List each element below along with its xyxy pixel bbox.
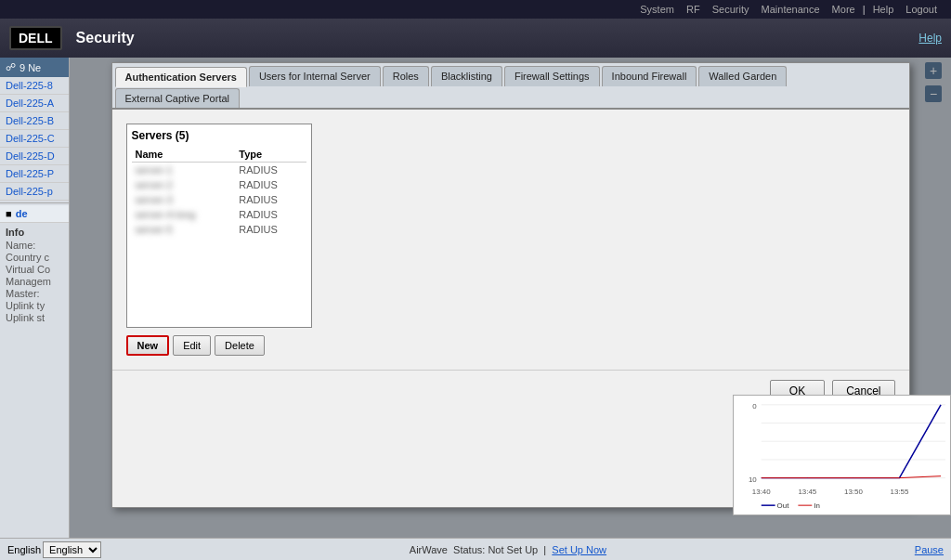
servers-table: Name Type server-1 RADIUS server-2: [132, 147, 306, 237]
dell-logo: DELL: [9, 26, 62, 50]
tab-external-captive-portal[interactable]: External Captive Portal: [115, 88, 241, 108]
info-uplink-type: Uplink ty: [6, 300, 63, 311]
sidebar-item-dell225-b[interactable]: Dell-225-B: [0, 112, 69, 130]
table-row[interactable]: server-4-long RADIUS: [132, 207, 306, 222]
svg-text:0: 0: [752, 402, 757, 410]
chart-container: 0 10 13:40 13:45 13:50 13:55 Out In: [733, 395, 951, 515]
pause-button[interactable]: Pause: [915, 544, 944, 555]
nav-rf[interactable]: RF: [686, 4, 700, 15]
sidebar-item-dell225-c[interactable]: Dell-225-C: [0, 130, 69, 148]
svg-text:13:45: 13:45: [798, 488, 816, 496]
table-row[interactable]: server-2 RADIUS: [132, 177, 306, 192]
nav-help[interactable]: Help: [873, 4, 894, 15]
sidebar: ☍ 9 Ne Dell-225-8 Dell-225-A Dell-225-B …: [0, 58, 70, 538]
setup-link[interactable]: Set Up Now: [552, 544, 606, 555]
nav-security[interactable]: Security: [712, 4, 749, 15]
server-actions: New Edit Delete: [126, 335, 895, 356]
nav-maintenance[interactable]: Maintenance: [762, 4, 820, 15]
device-label: de: [16, 208, 28, 219]
col-name: Name: [132, 147, 236, 163]
info-virtual: Virtual Co: [6, 264, 63, 275]
table-row[interactable]: server-3 RADIUS: [132, 192, 306, 207]
sidebar-item-dell225-a[interactable]: Dell-225-A: [0, 95, 69, 112]
nav-logout[interactable]: Logout: [905, 4, 937, 15]
server-name-2: server-2: [132, 177, 236, 192]
tab-inbound-firewall[interactable]: Inbound Firewall: [602, 66, 697, 86]
server-type-5: RADIUS: [235, 222, 306, 237]
servers-panel: Servers (5) Name Type server-1 RADIUS: [126, 124, 312, 328]
header-bar: DELL Security Help: [0, 19, 951, 58]
device-icon: ■: [6, 208, 12, 219]
info-section: Info Name: Country c Virtual Co Managem …: [0, 223, 69, 328]
svg-text:13:50: 13:50: [844, 488, 863, 496]
dialog-content: Servers (5) Name Type server-1 RADIUS: [112, 110, 909, 370]
status-text: Status: Not Set Up: [453, 544, 538, 555]
info-title: Info: [6, 227, 63, 238]
sidebar-item-dell225-p2[interactable]: Dell-225-p: [0, 183, 69, 201]
tab-blacklisting[interactable]: Blacklisting: [431, 66, 502, 86]
svg-text:10: 10: [749, 475, 757, 484]
svg-text:13:55: 13:55: [891, 488, 909, 496]
table-row[interactable]: server-5 RADIUS: [132, 222, 306, 237]
server-type-3: RADIUS: [235, 192, 306, 207]
tab-authentication-servers[interactable]: Authentication Servers: [115, 67, 247, 87]
info-management: Managem: [6, 276, 63, 287]
nav-more[interactable]: More: [832, 4, 855, 15]
network-icon: ☍: [6, 61, 16, 73]
servers-title: Servers (5): [132, 129, 306, 142]
main-content: + − Authentication Servers Users for Int…: [70, 58, 951, 538]
status-bar: English English AirWave Status: Not Set …: [0, 538, 951, 560]
info-name: Name:: [6, 240, 63, 251]
new-button[interactable]: New: [126, 335, 170, 356]
status-center: AirWave Status: Not Set Up | Set Up Now: [111, 544, 905, 555]
server-name-1: server-1: [132, 163, 236, 178]
server-type-4: RADIUS: [235, 207, 306, 222]
language-dropdown[interactable]: English: [43, 541, 101, 558]
svg-text:Out: Out: [777, 501, 790, 510]
tab-walled-garden[interactable]: Walled Garden: [698, 66, 787, 86]
language-label: English: [7, 544, 41, 555]
server-name-3: server-3: [132, 192, 236, 207]
server-name-4: server-4-long: [132, 207, 236, 222]
page-title: Security: [76, 30, 135, 46]
edit-button[interactable]: Edit: [173, 335, 211, 356]
language-select[interactable]: English English: [7, 541, 101, 558]
info-country: Country c: [6, 252, 63, 263]
tabs-bar: Authentication Servers Users for Interna…: [112, 63, 909, 110]
help-link[interactable]: Help: [918, 32, 942, 45]
tab-firewall-settings[interactable]: Firewall Settings: [504, 66, 600, 86]
info-master: Master:: [6, 288, 63, 299]
sidebar-item-dell225-8[interactable]: Dell-225-8: [0, 77, 69, 95]
server-type-1: RADIUS: [235, 163, 306, 178]
nav-system[interactable]: System: [640, 4, 674, 15]
throughput-chart: 0 10 13:40 13:45 13:50 13:55 Out In: [734, 396, 950, 514]
sidebar-item-dell225-d[interactable]: Dell-225-D: [0, 148, 69, 165]
delete-button[interactable]: Delete: [215, 335, 265, 356]
col-type: Type: [235, 147, 306, 163]
sidebar-device[interactable]: ■ de: [0, 205, 69, 223]
server-name-5: server-5: [132, 222, 236, 237]
svg-text:13:40: 13:40: [752, 488, 771, 496]
sidebar-divider: [0, 202, 69, 203]
status-separator: |: [543, 544, 546, 555]
svg-text:In: In: [814, 501, 820, 510]
tab-roles[interactable]: Roles: [383, 66, 429, 86]
tab-users-internal-server[interactable]: Users for Internal Server: [249, 66, 381, 86]
table-row[interactable]: server-1 RADIUS: [132, 163, 306, 178]
branding-label: AirWave: [410, 544, 448, 555]
network-label: 9 Ne: [20, 62, 41, 73]
sidebar-item-dell225-p1[interactable]: Dell-225-P: [0, 165, 69, 183]
top-nav: System RF Security Maintenance More | He…: [0, 0, 951, 19]
info-uplink-status: Uplink st: [6, 312, 63, 323]
network-header: ☍ 9 Ne: [0, 58, 69, 77]
server-type-2: RADIUS: [235, 177, 306, 192]
